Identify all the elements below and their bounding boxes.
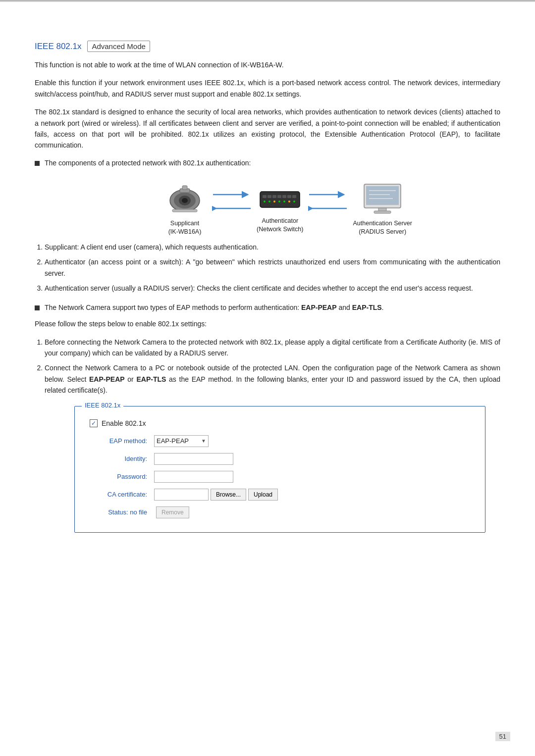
svg-point-3 bbox=[182, 198, 188, 203]
ieee-form-box: IEEE 802.1x ✓ Enable 802.1x EAP method: … bbox=[74, 406, 485, 533]
arrow-left-1 bbox=[212, 203, 252, 213]
diagram-supplicant: Supplicant (IK-WB16A) bbox=[162, 182, 207, 237]
bullet-section-1: The components of a protected network wi… bbox=[35, 159, 500, 167]
ieee-box-title: IEEE 802.1x bbox=[82, 402, 123, 409]
step-2: Connect the Network Camera to a PC or no… bbox=[45, 362, 500, 396]
list-item-2: Authenticator (an access point or a swit… bbox=[45, 256, 500, 279]
bullet-line-1: The components of a protected network wi… bbox=[35, 159, 500, 167]
password-label: Password: bbox=[90, 473, 154, 480]
svg-rect-14 bbox=[282, 195, 286, 198]
browse-button[interactable]: Browse... bbox=[211, 489, 246, 501]
enable-label: Enable 802.1x bbox=[102, 419, 146, 427]
bullet-section-2: The Network Camera support two types of … bbox=[35, 303, 500, 311]
list-item-3: Authentication server (usually a RADIUS … bbox=[45, 283, 500, 294]
advanced-mode-badge: Advanced Mode bbox=[87, 41, 150, 52]
svg-rect-13 bbox=[277, 195, 281, 198]
svg-rect-12 bbox=[272, 195, 276, 198]
steps-intro: Please follow the steps below to enable … bbox=[35, 318, 500, 329]
identity-input[interactable] bbox=[154, 453, 233, 465]
svg-point-20 bbox=[278, 201, 280, 202]
remove-button[interactable]: Remove bbox=[156, 506, 189, 518]
svg-point-19 bbox=[273, 201, 275, 202]
status-label: Status: no file bbox=[90, 508, 154, 516]
svg-rect-10 bbox=[263, 195, 267, 198]
status-row: Status: no file Remove bbox=[90, 506, 470, 518]
svg-rect-27 bbox=[366, 186, 399, 205]
upload-button[interactable]: Upload bbox=[248, 489, 278, 501]
bullet-icon-1 bbox=[35, 161, 40, 166]
monitor-icon bbox=[360, 182, 405, 216]
network-diagram: Supplicant (IK-WB16A) bbox=[74, 182, 500, 237]
section-header: IEEE 802.1x Advanced Mode bbox=[35, 42, 500, 51]
arrow-left-2 bbox=[308, 203, 348, 213]
bullet-line-2: The Network Camera support two types of … bbox=[35, 303, 500, 311]
svg-point-21 bbox=[283, 201, 285, 202]
ieee-title: IEEE 802.1x bbox=[35, 42, 82, 51]
diagram-authenticator: Authenticator (Network Switch) bbox=[257, 184, 303, 234]
eap-select-arrow-icon: ▼ bbox=[201, 438, 206, 444]
arrows-2 bbox=[308, 190, 348, 213]
identity-row: Identity: bbox=[90, 453, 470, 465]
ca-cert-label: CA certificate: bbox=[90, 491, 154, 498]
eap-method-label: EAP method: bbox=[90, 437, 154, 445]
steps-list: Before connecting the Network Camera to … bbox=[45, 337, 500, 396]
svg-rect-29 bbox=[374, 211, 391, 213]
ca-cert-row: CA certificate: Browse... Upload bbox=[90, 489, 470, 501]
svg-rect-5 bbox=[182, 186, 187, 190]
paragraph-3: The 802.1x standard is designed to enhan… bbox=[35, 106, 500, 151]
list-item-1: Supplicant: A client end user (camera), … bbox=[45, 242, 500, 252]
diagram-auth-server: Authentication Server (RADIUS Server) bbox=[353, 182, 412, 237]
supplicant-label: Supplicant (IK-WB16A) bbox=[168, 219, 202, 237]
ca-cert-input[interactable] bbox=[154, 489, 209, 501]
authenticator-label: Authenticator (Network Switch) bbox=[257, 217, 303, 234]
bullet-icon-2 bbox=[35, 305, 40, 310]
eap-method-value: EAP-PEAP bbox=[157, 437, 201, 445]
svg-rect-16 bbox=[292, 195, 296, 198]
bullet-text-1: The components of a protected network wi… bbox=[45, 159, 251, 167]
arrow-right-2 bbox=[308, 190, 348, 200]
step-1: Before connecting the Network Camera to … bbox=[45, 337, 500, 359]
svg-rect-9 bbox=[260, 192, 300, 207]
paragraph-1: This function is not able to work at the… bbox=[35, 59, 500, 70]
auth-server-label: Authentication Server (RADIUS Server) bbox=[353, 219, 412, 237]
enable-checkbox[interactable]: ✓ bbox=[90, 419, 98, 427]
camera-icon bbox=[162, 182, 207, 216]
svg-point-22 bbox=[288, 201, 290, 202]
eap-method-select[interactable]: EAP-PEAP ▼ bbox=[154, 435, 209, 447]
switch-icon bbox=[258, 184, 302, 214]
password-input[interactable] bbox=[154, 471, 233, 483]
svg-point-17 bbox=[264, 201, 266, 202]
eap-method-row: EAP method: EAP-PEAP ▼ bbox=[90, 435, 470, 447]
identity-label: Identity: bbox=[90, 455, 154, 462]
paragraph-2: Enable this function if your network env… bbox=[35, 77, 500, 100]
arrows-1 bbox=[212, 190, 252, 213]
svg-rect-11 bbox=[268, 195, 271, 198]
bullet-text-2: The Network Camera support two types of … bbox=[45, 303, 384, 311]
page-number: 51 bbox=[495, 732, 510, 741]
svg-point-18 bbox=[268, 201, 270, 202]
arrow-right-1 bbox=[212, 190, 252, 200]
svg-point-23 bbox=[293, 201, 295, 202]
svg-rect-6 bbox=[172, 209, 197, 212]
svg-rect-15 bbox=[287, 195, 291, 198]
password-row: Password: bbox=[90, 471, 470, 483]
numbered-list: Supplicant: A client end user (camera), … bbox=[45, 242, 500, 294]
enable-row: ✓ Enable 802.1x bbox=[90, 419, 470, 427]
